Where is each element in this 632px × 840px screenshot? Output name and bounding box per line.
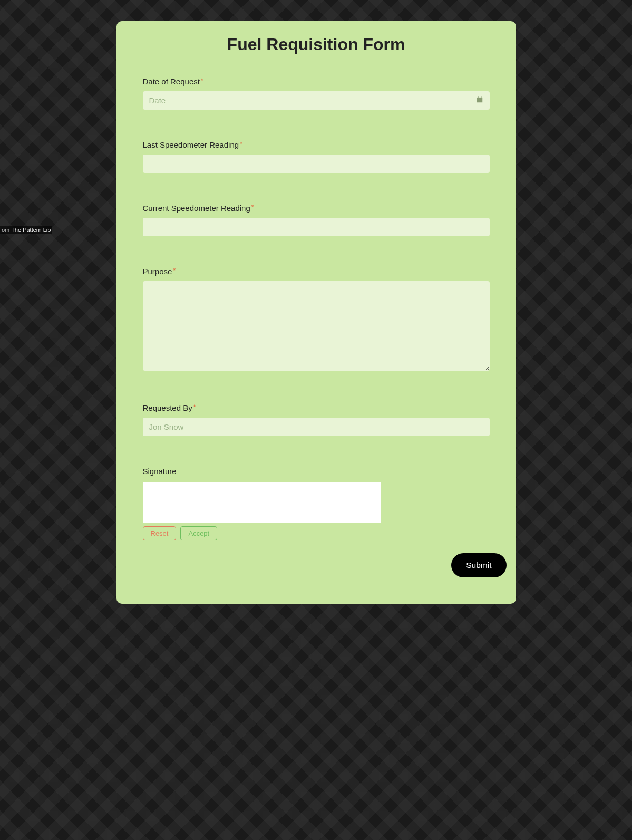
- form-title: Fuel Requisition Form: [143, 32, 490, 62]
- field-group-purpose: Purpose*: [143, 267, 490, 373]
- requested-by-input[interactable]: [143, 418, 490, 436]
- submit-button[interactable]: Submit: [451, 553, 506, 577]
- label-purpose: Purpose*: [143, 267, 490, 276]
- field-group-last-speedometer: Last Speedometer Reading*: [143, 140, 490, 173]
- field-group-current-speedometer: Current Speedometer Reading*: [143, 204, 490, 236]
- form-container: Fuel Requisition Form Date of Request* L…: [116, 21, 516, 604]
- label-text-last-speedo: Last Speedometer Reading: [143, 140, 239, 149]
- label-last-speedometer: Last Speedometer Reading*: [143, 140, 490, 149]
- required-indicator: *: [240, 140, 242, 148]
- field-group-signature: Signature Reset Accept: [143, 467, 490, 540]
- pattern-credit: om The Pattern Lib: [0, 226, 52, 234]
- purpose-textarea[interactable]: [143, 281, 490, 371]
- reset-button[interactable]: Reset: [143, 526, 177, 540]
- date-input-wrapper: [143, 91, 490, 110]
- date-of-request-input[interactable]: [143, 91, 490, 110]
- label-requested-by: Requested By*: [143, 403, 490, 412]
- required-indicator: *: [193, 403, 196, 411]
- credit-prefix: om: [2, 227, 11, 233]
- label-text-requested-by: Requested By: [143, 403, 192, 412]
- accept-button[interactable]: Accept: [180, 526, 217, 540]
- current-speedometer-input[interactable]: [143, 218, 490, 236]
- signature-pad[interactable]: [143, 482, 381, 523]
- label-text-purpose: Purpose: [143, 267, 172, 276]
- label-text-date: Date of Request: [143, 77, 200, 86]
- field-group-requested-by: Requested By*: [143, 403, 490, 436]
- required-indicator: *: [173, 267, 176, 274]
- required-indicator: *: [201, 77, 203, 84]
- signature-actions: Reset Accept: [143, 526, 490, 540]
- required-indicator: *: [251, 204, 254, 211]
- label-signature: Signature: [143, 467, 490, 476]
- label-text-current-speedo: Current Speedometer Reading: [143, 204, 250, 213]
- label-date-of-request: Date of Request*: [143, 77, 490, 86]
- last-speedometer-input[interactable]: [143, 155, 490, 173]
- field-group-date-of-request: Date of Request*: [143, 77, 490, 110]
- pattern-library-link[interactable]: The Pattern Lib: [11, 227, 51, 233]
- label-current-speedometer: Current Speedometer Reading*: [143, 204, 490, 213]
